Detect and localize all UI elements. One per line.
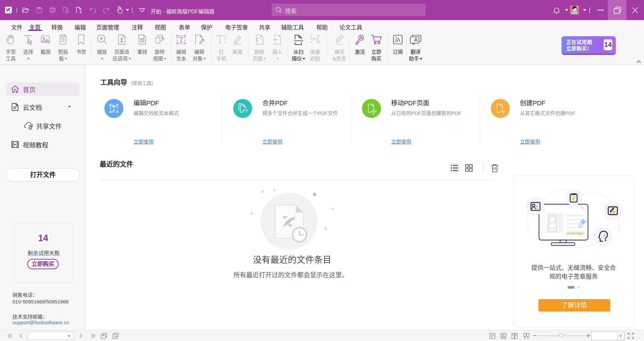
svg-text:Foxit eSign: Foxit eSign [567,231,584,235]
